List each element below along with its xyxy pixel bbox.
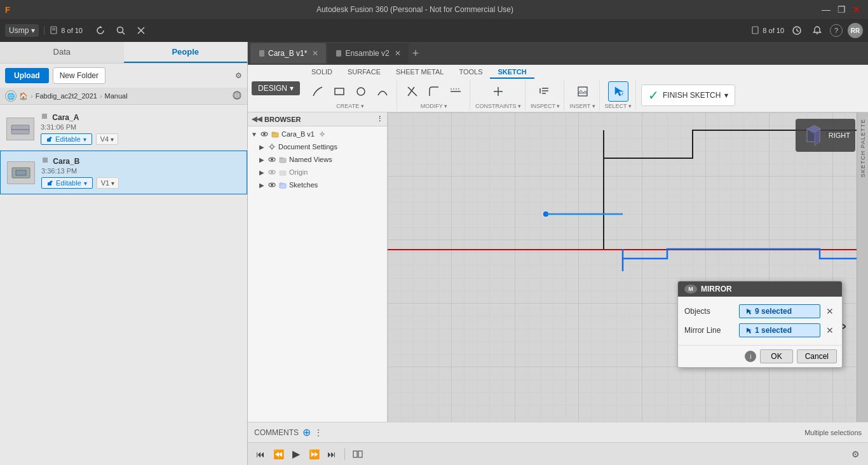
browser-options-icon[interactable]: ⋮ bbox=[376, 115, 383, 123]
tree-node-sketches[interactable]: ▶ Sketches bbox=[248, 179, 387, 191]
mirror-line-clear-button[interactable]: ✕ bbox=[824, 325, 836, 336]
editable-badge-cara-b[interactable]: Editable ▾ bbox=[41, 177, 93, 189]
breadcrumb-home[interactable]: 🏠 bbox=[19, 92, 28, 100]
dialog-mirror-line-row: Mirror Line 1 selected ✕ bbox=[683, 321, 837, 340]
user-menu[interactable]: Usmp ▾ bbox=[5, 24, 39, 37]
design-dropdown-button[interactable]: DESIGN ▾ bbox=[252, 81, 300, 95]
tree-visibility-icon[interactable] bbox=[260, 130, 269, 138]
bell-icon bbox=[812, 25, 822, 36]
ok-button[interactable]: OK bbox=[760, 349, 792, 363]
comments-label: COMMENTS bbox=[254, 428, 299, 437]
browser-collapse-icon[interactable]: ◀◀ bbox=[252, 115, 262, 123]
help-button[interactable]: ? bbox=[830, 24, 843, 37]
skip-end-button[interactable]: ⏭ bbox=[324, 447, 339, 462]
close-left-panel-button[interactable] bbox=[133, 23, 149, 38]
breadcrumb-folder[interactable]: Fabdig_ac2t2_2021 bbox=[36, 92, 97, 100]
sketch-canvas[interactable]: -200 -150 -100 -50 50 bbox=[388, 112, 868, 465]
tab-people[interactable]: People bbox=[124, 42, 248, 63]
toolbar-constraints-section: CONSTRAINTS ▾ bbox=[471, 80, 526, 111]
file-item-cara-b[interactable]: Cara_B 3:36:13 PM Editable ▾ V1 ▾ bbox=[0, 151, 247, 194]
tree-origin-eye-icon[interactable] bbox=[268, 168, 276, 177]
file-name-cara-a: Cara_A bbox=[41, 112, 241, 122]
tree-eye-icon[interactable] bbox=[268, 155, 276, 164]
modify-label: MODIFY ▾ bbox=[421, 103, 447, 109]
tree-expand-doc[interactable]: ▶ bbox=[258, 143, 266, 151]
tree-expand-cara-b[interactable]: ▼ bbox=[250, 130, 258, 138]
finish-sketch-button[interactable]: ✓ FINISH SKETCH ▾ bbox=[641, 84, 735, 106]
file-item-cara-a[interactable]: Cara_A 3:31:06 PM Editable ▾ V4 ▾ bbox=[0, 107, 247, 151]
tab-surface[interactable]: SURFACE bbox=[340, 66, 388, 79]
tab-cara-b[interactable]: Cara_B v1* ✕ bbox=[250, 43, 326, 64]
comments-expand-button[interactable]: ⋮ bbox=[315, 428, 322, 437]
objects-clear-button[interactable]: ✕ bbox=[824, 306, 836, 317]
tree-node-origin[interactable]: ▶ Origin bbox=[248, 166, 387, 179]
file-counter-right: 8 of 10 bbox=[751, 26, 784, 35]
tree-expand-origin[interactable]: ▶ bbox=[258, 168, 266, 176]
notification-button[interactable] bbox=[810, 23, 825, 38]
cancel-button[interactable]: Cancel bbox=[797, 349, 837, 363]
tab-close-cara-b[interactable]: ✕ bbox=[312, 49, 318, 58]
minimize-button[interactable]: — bbox=[820, 3, 832, 16]
tree-expand-sketches[interactable]: ▶ bbox=[258, 181, 266, 189]
tab-close-ensamble[interactable]: ✕ bbox=[395, 49, 401, 58]
tree-node-doc-settings[interactable]: ▶ Document Settings bbox=[248, 140, 387, 153]
circle-tool-icon bbox=[354, 84, 368, 98]
browser-tree: ▼ Cara_B v1 ▶ bbox=[248, 126, 387, 192]
breadcrumb-settings[interactable] bbox=[232, 90, 242, 102]
fillet-tool-button[interactable] bbox=[424, 81, 444, 102]
arc-tool-button[interactable] bbox=[372, 81, 393, 102]
line-tool-icon bbox=[311, 84, 325, 98]
globe-icon[interactable]: 🌐 bbox=[5, 90, 17, 102]
line-tool-button[interactable] bbox=[308, 81, 328, 102]
timeline-frame-button[interactable] bbox=[350, 447, 365, 462]
offset-icon bbox=[449, 84, 463, 98]
objects-selector[interactable]: 9 selected bbox=[739, 304, 820, 318]
new-folder-button[interactable]: New Folder bbox=[53, 67, 105, 84]
step-forward-button[interactable]: ⏩ bbox=[306, 447, 322, 462]
tree-node-named-views[interactable]: ▶ Named Views bbox=[248, 153, 387, 166]
tree-expand-named-views[interactable]: ▶ bbox=[258, 156, 266, 163]
version-badge-cara-b[interactable]: V1 ▾ bbox=[97, 177, 119, 189]
play-button[interactable]: ▶ bbox=[288, 447, 304, 462]
tab-solid[interactable]: SOLID bbox=[304, 66, 340, 79]
close-button[interactable]: ✕ bbox=[850, 3, 863, 16]
circle-tool-button[interactable] bbox=[351, 81, 371, 102]
breadcrumb-subfolder[interactable]: Manual bbox=[105, 92, 128, 100]
rectangle-tool-button[interactable] bbox=[329, 81, 349, 102]
step-back-button[interactable]: ⏪ bbox=[271, 447, 286, 462]
dialog-help-button[interactable]: i bbox=[745, 351, 756, 362]
mirror-line-selector[interactable]: 1 selected bbox=[739, 323, 820, 337]
canvas-area[interactable]: ◀◀ BROWSER ⋮ ▼ Cara_B v1 bbox=[248, 112, 868, 465]
tab-ensamble[interactable]: Ensamble v2 ✕ bbox=[327, 43, 408, 64]
svg-rect-74 bbox=[358, 451, 362, 457]
settings-cog-icon[interactable] bbox=[319, 131, 325, 137]
inspect-btn[interactable] bbox=[535, 81, 555, 102]
insert-image-btn[interactable] bbox=[573, 81, 593, 102]
comments-add-button[interactable]: ⊕ bbox=[302, 426, 311, 438]
tree-node-cara-b[interactable]: ▼ Cara_B v1 bbox=[248, 128, 387, 140]
skip-start-button[interactable]: ⏮ bbox=[253, 447, 268, 462]
panel-settings-icon[interactable]: ⚙ bbox=[235, 71, 242, 80]
bottom-settings-button[interactable]: ⚙ bbox=[848, 447, 863, 462]
tab-bar: Cara_B v1* ✕ Ensamble v2 ✕ + bbox=[248, 42, 868, 65]
tab-sketch[interactable]: SKETCH bbox=[490, 66, 534, 79]
select-btn[interactable] bbox=[608, 81, 628, 102]
editable-badge-cara-a[interactable]: Editable ▾ bbox=[41, 133, 92, 145]
tab-data[interactable]: Data bbox=[0, 42, 124, 63]
tab-sheet-metal[interactable]: SHEET METAL bbox=[388, 66, 451, 79]
clock-button[interactable] bbox=[789, 23, 804, 38]
restore-button[interactable]: ❐ bbox=[835, 3, 848, 16]
offset-tool-button[interactable] bbox=[445, 81, 466, 102]
trim-tool-button[interactable] bbox=[402, 81, 423, 102]
add-tab-button[interactable]: + bbox=[410, 47, 422, 60]
tree-sketches-eye-icon[interactable] bbox=[268, 180, 276, 189]
browser-header[interactable]: ◀◀ BROWSER ⋮ bbox=[248, 112, 387, 126]
toolbar-insert-section: INSERT ▾ bbox=[566, 80, 599, 111]
constraint-btn-1[interactable] bbox=[488, 81, 508, 102]
tab-tools[interactable]: TOOLS bbox=[451, 66, 490, 79]
upload-button[interactable]: Upload bbox=[5, 68, 49, 83]
search-button[interactable] bbox=[113, 23, 128, 38]
file-date-cara-a: 3:31:06 PM bbox=[41, 123, 241, 131]
version-badge-cara-a[interactable]: V4 ▾ bbox=[96, 133, 119, 145]
sync-button[interactable] bbox=[93, 23, 108, 38]
